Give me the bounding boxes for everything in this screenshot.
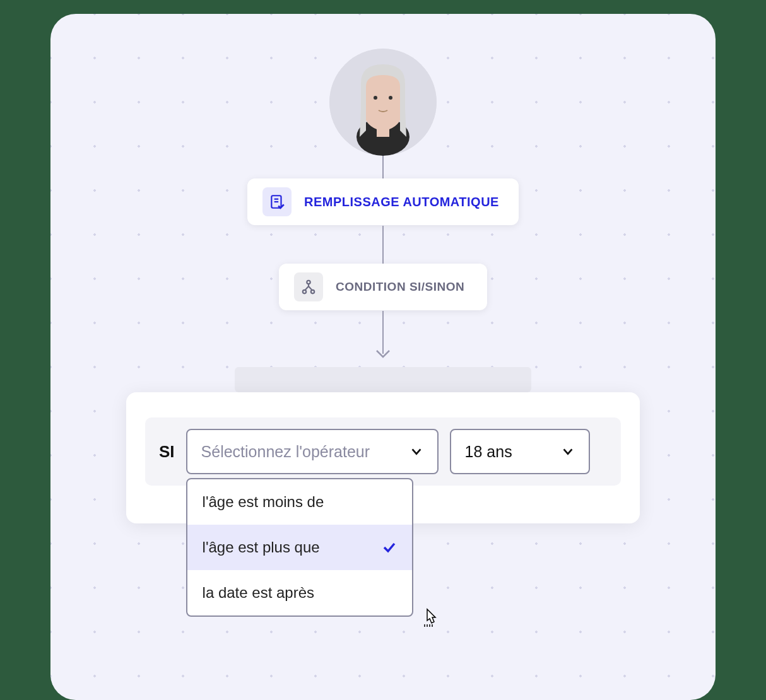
svg-point-2 [374,96,377,100]
autofill-label: REMPLISSAGE AUTOMATIQUE [304,195,499,209]
cursor-pointer-icon [421,607,441,629]
operator-option-label: la date est après [203,584,314,602]
autofill-icon-box [262,187,292,216]
check-icon [382,540,397,555]
svg-point-3 [389,96,392,100]
svg-point-5 [307,281,310,284]
operator-option[interactable]: l'âge est moins de [187,479,412,525]
value-dropdown[interactable]: 18 ans [450,429,590,474]
connector-line [382,226,384,264]
condition-label: CONDITION SI/SINON [336,280,464,294]
if-label: SI [159,442,175,462]
condition-config-panel: SI Sélectionnez l'opérateur l'âge est mo… [126,392,640,523]
connector-line [382,311,384,354]
avatar [329,49,437,156]
drop-target [235,367,531,392]
workflow-canvas: REMPLISSAGE AUTOMATIQUE CONDITION SI/SIN… [50,14,716,700]
operator-option-label: l'âge est moins de [203,493,324,511]
form-check-icon [269,194,285,210]
chevron-down-icon [410,445,423,458]
avatar-icon [329,49,437,156]
arrow-down-icon [375,349,391,359]
operator-option-label: l'âge est plus que [203,539,320,556]
operator-placeholder: Sélectionnez l'opérateur [201,443,410,461]
chevron-down-icon [561,445,575,458]
operator-menu: l'âge est moins de l'âge est plus que la… [186,478,413,617]
operator-dropdown[interactable]: Sélectionnez l'opérateur l'âge est moins… [186,429,439,474]
condition-icon-box [294,272,323,301]
svg-point-7 [311,290,314,293]
operator-option[interactable]: la date est après [187,570,412,615]
value-selected: 18 ans [465,443,561,461]
branch-icon [300,279,317,295]
condition-node[interactable]: CONDITION SI/SINON [279,264,487,310]
condition-row: SI Sélectionnez l'opérateur l'âge est mo… [145,417,621,486]
connector-line [382,156,384,178]
operator-option[interactable]: l'âge est plus que [187,525,412,570]
autofill-node[interactable]: REMPLISSAGE AUTOMATIQUE [247,178,519,225]
svg-point-6 [303,290,306,293]
